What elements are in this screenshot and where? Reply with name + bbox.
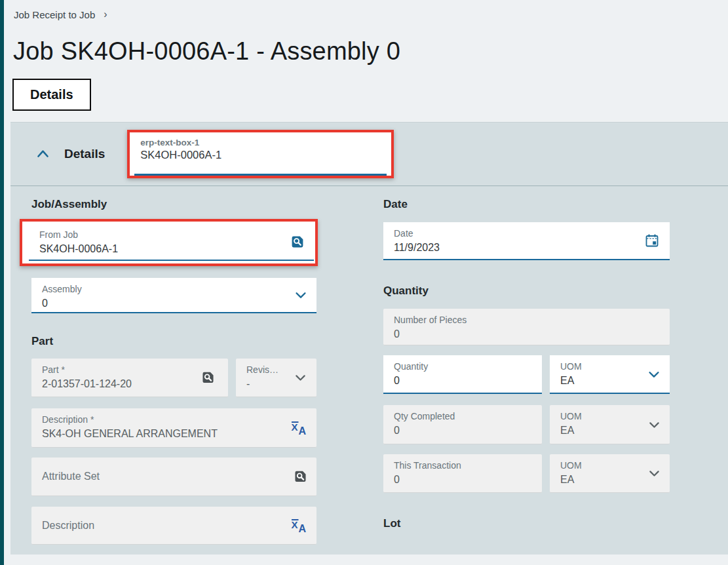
this-transaction-field: This Transaction 0 (383, 454, 542, 493)
qty-completed-label: Qty Completed (394, 410, 531, 422)
qty-completed-value: 0 (394, 423, 531, 437)
erp-text-box-field[interactable]: erp-text-box-1 SK4OH-0006A-1 (134, 134, 387, 176)
uom-value: EA (560, 473, 659, 486)
lookup-icon[interactable] (290, 234, 305, 250)
tab-details[interactable]: Details (12, 79, 91, 111)
job-assembly-heading: Job/Assembly (31, 198, 316, 211)
page-title: Job SK4OH-0006A-1 - Assembly 0 (13, 37, 728, 66)
erp-text-box-highlight: erp-text-box-1 SK4OH-0006A-1 (127, 130, 394, 178)
chevron-down-icon[interactable] (294, 288, 308, 302)
left-edge-strip (0, 0, 4, 565)
from-job-value: SK4OH-0006A-1 (39, 242, 303, 256)
uom-value: EA (560, 423, 659, 437)
breadcrumb-link[interactable]: Job Receipt to Job (14, 9, 95, 20)
this-transaction-row: This Transaction 0 UOM EA (383, 454, 670, 493)
number-of-pieces-label: Number of Pieces (394, 314, 659, 326)
erp-text-box-label: erp-text-box-1 (140, 138, 381, 147)
lookup-icon[interactable] (293, 469, 308, 484)
description-label: Description (42, 520, 94, 532)
date-heading: Date (383, 198, 670, 211)
uom-value: EA (560, 374, 659, 387)
uom-label: UOM (560, 459, 659, 471)
lookup-icon (201, 370, 216, 385)
attribute-set-label: Attribute Set (42, 471, 100, 482)
this-transaction-label: This Transaction (394, 459, 531, 471)
page-content: Job Receipt to Job › Job SK4OH-0006A-1 -… (4, 0, 728, 555)
from-job-highlight: From Job SK4OH-0006A-1 (20, 219, 318, 266)
translate-icon[interactable]: XA (290, 517, 308, 534)
attribute-set-field: Attribute Set (31, 458, 316, 496)
uom-field: UOM EA (550, 454, 670, 493)
uom-field[interactable]: UOM EA (550, 355, 670, 394)
description-field: Description XA (31, 507, 316, 545)
calendar-icon[interactable] (644, 233, 660, 248)
this-transaction-value: 0 (394, 473, 531, 486)
lot-heading: Lot (383, 517, 670, 530)
uom-label: UOM (560, 360, 659, 372)
assembly-value: 0 (42, 296, 306, 310)
chevron-down-icon[interactable] (647, 367, 661, 381)
details-panel: Details erp-text-box-1 SK4OH-0006A-1 Job… (10, 122, 728, 555)
part-row: Part * 2-01357-01-124-20 Revis… - (31, 359, 316, 397)
qty-completed-field: Qty Completed 0 (383, 405, 542, 444)
details-section-header[interactable]: Details erp-text-box-1 SK4OH-0006A-1 (10, 123, 728, 186)
breadcrumb-chevron-icon: › (104, 9, 107, 20)
uom-field: UOM EA (550, 405, 670, 444)
svg-text:A: A (299, 425, 307, 437)
section-title: Details (64, 147, 105, 161)
date-field[interactable]: Date 11/9/2023 (383, 222, 670, 260)
assembly-field[interactable]: Assembly 0 (31, 278, 316, 313)
quantity-heading: Quantity (383, 284, 670, 298)
quantity-label: Quantity (394, 360, 531, 372)
part-field: Part * 2-01357-01-124-20 (31, 359, 228, 397)
date-label: Date (394, 227, 659, 239)
revision-field: Revis… - (236, 359, 316, 397)
chevron-down-icon (294, 371, 307, 385)
from-job-field[interactable]: From Job SK4OH-0006A-1 (29, 224, 314, 261)
description-required-field: Description * SK4-OH GENERAL ARRANGEMENT… (31, 408, 316, 448)
svg-text:X: X (292, 519, 298, 530)
quantity-value: 0 (394, 374, 531, 387)
left-column: Job/Assembly From Job SK4OH-0006A-1 Asse… (31, 198, 316, 545)
date-value: 11/9/2023 (394, 241, 659, 254)
details-form: Job/Assembly From Job SK4OH-0006A-1 Asse… (10, 186, 728, 545)
number-of-pieces-value: 0 (394, 327, 659, 341)
qty-completed-row: Qty Completed 0 UOM EA (383, 405, 670, 444)
description-required-label: Description * (42, 414, 306, 425)
description-required-value: SK4-OH GENERAL ARRANGEMENT (42, 427, 306, 440)
svg-text:A: A (299, 523, 307, 534)
collapse-chevron-up-icon[interactable] (36, 148, 50, 160)
part-label: Part * (42, 364, 218, 376)
chevron-down-icon (647, 418, 661, 431)
quantity-field[interactable]: Quantity 0 (383, 355, 542, 394)
translate-icon[interactable]: XA (290, 419, 308, 437)
part-heading: Part (31, 335, 316, 348)
from-job-label: From Job (39, 229, 303, 241)
number-of-pieces-field: Number of Pieces 0 (383, 309, 670, 345)
breadcrumb: Job Receipt to Job › (4, 0, 728, 20)
chevron-down-icon (647, 467, 661, 480)
part-value: 2-01357-01-124-20 (42, 377, 218, 391)
uom-label: UOM (560, 410, 659, 422)
right-column: Date Date 11/9/2023 Quantity Number of P… (383, 198, 670, 545)
erp-text-box-value[interactable]: SK4OH-0006A-1 (140, 149, 381, 161)
quantity-row: Quantity 0 UOM EA (383, 355, 670, 394)
assembly-label: Assembly (42, 283, 306, 295)
svg-text:X: X (292, 421, 298, 433)
